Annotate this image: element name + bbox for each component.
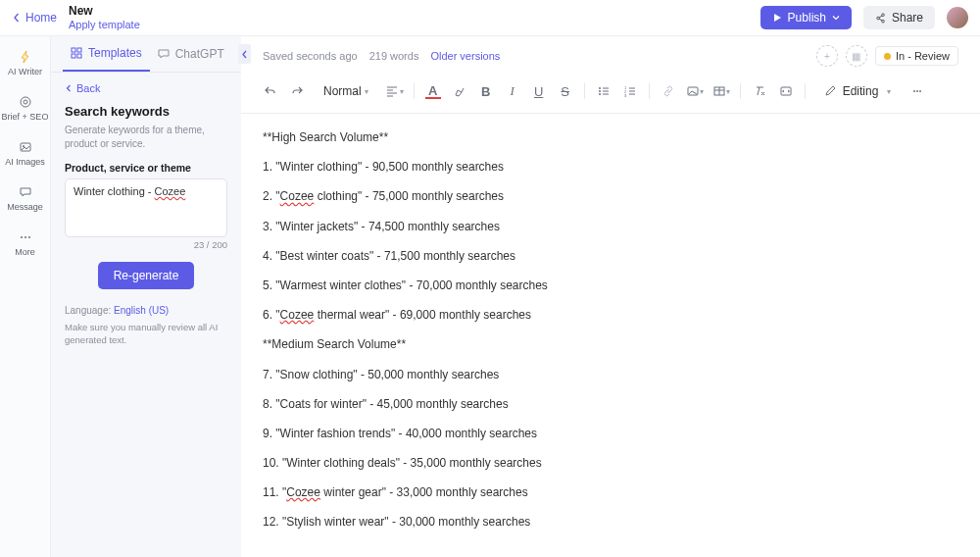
- chevron-down-icon: ▾: [365, 87, 368, 96]
- word-count: 219 words: [369, 50, 419, 62]
- add-collaborator-button[interactable]: +: [816, 45, 838, 67]
- doc-line: 6. "Cozee thermal wear" - 69,000 monthly…: [263, 307, 958, 323]
- rail-more[interactable]: More: [0, 226, 50, 262]
- theme-input[interactable]: Winter clothing - Cozee: [65, 178, 227, 237]
- publish-button[interactable]: Publish: [760, 6, 852, 29]
- list-numbered-icon: 123: [623, 84, 637, 98]
- bold-button[interactable]: B: [474, 79, 498, 103]
- svg-point-11: [599, 87, 601, 89]
- chevron-down-icon: ▾: [700, 87, 704, 96]
- status-label: In - Review: [896, 50, 950, 62]
- status-dot-icon: [884, 53, 891, 60]
- share-button[interactable]: Share: [863, 6, 935, 29]
- code-block-button[interactable]: [774, 79, 798, 103]
- doc-line: 4. "Best winter coats" - 71,500 monthly …: [263, 248, 958, 264]
- share-label: Share: [892, 11, 923, 25]
- review-status[interactable]: In - Review: [875, 46, 958, 66]
- italic-icon: I: [511, 83, 514, 99]
- mode-select[interactable]: Editing▾: [818, 84, 898, 98]
- chevron-left-icon: [12, 13, 22, 23]
- media-button[interactable]: ▦: [846, 45, 867, 67]
- bold-icon: B: [481, 84, 490, 99]
- dots-icon: [910, 84, 924, 98]
- rail-ai-images[interactable]: AI Images: [0, 135, 50, 172]
- field-label: Product, service or theme: [65, 162, 227, 174]
- more-options-button[interactable]: [906, 79, 929, 103]
- redo-button[interactable]: [285, 79, 309, 103]
- image-icon: [19, 140, 32, 154]
- rail-message[interactable]: Message: [0, 180, 50, 217]
- highlighter-icon: [453, 84, 466, 98]
- strikethrough-button[interactable]: S: [554, 79, 577, 103]
- clear-format-button[interactable]: [748, 79, 771, 103]
- doc-line: 7. "Snow clothing" - 50,000 monthly sear…: [263, 367, 958, 382]
- chevron-down-icon: [832, 14, 840, 22]
- bullet-list-button[interactable]: [592, 79, 615, 103]
- align-left-icon: [385, 84, 399, 98]
- undo-button[interactable]: [259, 79, 282, 103]
- mode-label: Editing: [843, 84, 879, 98]
- chevron-down-icon: ▾: [726, 87, 730, 96]
- doc-line: 2. "Cozee clothing" - 75,000 monthly sea…: [263, 188, 958, 204]
- table-button[interactable]: ▾: [710, 79, 733, 103]
- underline-button[interactable]: U: [527, 79, 551, 103]
- table-icon: [712, 84, 726, 98]
- italic-button[interactable]: I: [501, 79, 524, 103]
- rail-ai-writer[interactable]: AI Writer: [0, 45, 50, 81]
- share-icon: [875, 13, 886, 24]
- collapse-panel-button[interactable]: [238, 44, 251, 64]
- home-label: Home: [25, 11, 57, 25]
- rail-label: AI Writer: [8, 67, 42, 76]
- document-content[interactable]: **High Search Volume** 1. "Winter clothi…: [241, 114, 980, 557]
- paragraph-style-select[interactable]: Normal▾: [318, 84, 374, 98]
- svg-point-12: [599, 90, 601, 92]
- back-link[interactable]: Back: [51, 73, 241, 104]
- avatar[interactable]: [947, 7, 968, 28]
- dots-icon: [19, 230, 32, 244]
- grid-icon: [71, 47, 82, 59]
- tab-templates[interactable]: Templates: [63, 36, 150, 72]
- svg-point-5: [24, 236, 26, 238]
- doc-line: 10. "Winter clothing deals" - 35,000 mon…: [263, 455, 958, 471]
- doc-line: 5. "Warmest winter clothes" - 70,000 mon…: [263, 278, 958, 293]
- saved-status: Saved seconds ago: [263, 50, 358, 62]
- svg-point-13: [599, 93, 601, 95]
- rail-label: More: [15, 247, 35, 257]
- image-icon: ▦: [852, 51, 860, 62]
- list-bullet-icon: [597, 84, 611, 98]
- image-button[interactable]: ▾: [683, 79, 707, 103]
- left-rail: AI Writer Brief + SEO AI Images Message …: [0, 36, 51, 557]
- apply-template-link[interactable]: Apply template: [69, 19, 140, 30]
- align-button[interactable]: ▾: [383, 79, 407, 103]
- rail-label: Brief + SEO: [2, 112, 49, 122]
- regenerate-button[interactable]: Re-generate: [98, 262, 195, 289]
- home-link[interactable]: Home: [12, 11, 57, 25]
- text-color-button[interactable]: A: [421, 79, 445, 103]
- editor-area: Saved seconds ago 219 words Older versio…: [241, 36, 980, 557]
- svg-point-20: [913, 90, 915, 92]
- publish-label: Publish: [788, 11, 826, 25]
- chevron-left-icon: [65, 84, 73, 92]
- svg-rect-10: [77, 54, 81, 58]
- svg-point-4: [21, 236, 23, 238]
- image-icon: [686, 84, 700, 98]
- older-versions-link[interactable]: Older versions: [430, 50, 500, 62]
- side-panel: Templates ChatGPT Back Search keywords G…: [51, 36, 241, 557]
- tab-chatgpt[interactable]: ChatGPT: [150, 36, 232, 72]
- user-plus-icon: +: [824, 51, 830, 62]
- rail-brief-seo[interactable]: Brief + SEO: [0, 90, 50, 127]
- highlight-button[interactable]: [448, 79, 471, 103]
- doc-line: 8. "Coats for winter" - 45,000 monthly s…: [263, 396, 958, 412]
- doc-title[interactable]: New: [69, 5, 140, 18]
- svg-rect-8: [77, 48, 81, 52]
- svg-rect-9: [72, 54, 75, 58]
- doc-line: 1. "Winter clothing" - 90,500 monthly se…: [263, 159, 958, 175]
- doc-line: **Medium Search Volume**: [263, 336, 958, 352]
- back-label: Back: [76, 82, 100, 94]
- svg-point-6: [28, 236, 30, 238]
- numbered-list-button[interactable]: 123: [618, 79, 642, 103]
- tab-label: Templates: [88, 46, 142, 60]
- svg-rect-7: [72, 48, 75, 52]
- link-button[interactable]: [657, 79, 680, 103]
- language-link[interactable]: English (US): [114, 305, 169, 316]
